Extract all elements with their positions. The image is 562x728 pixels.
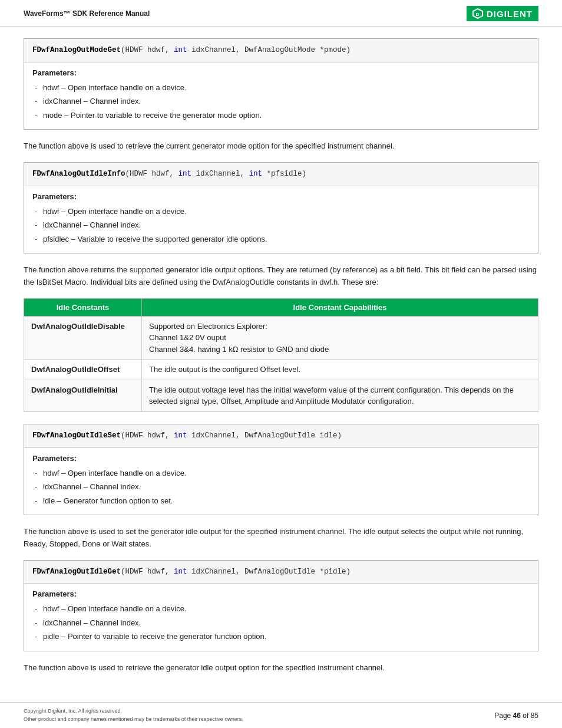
- table-cell-capability: The idle output voltage level has the in…: [142, 380, 538, 411]
- fn-name-idle-get: FDwfAnalogOutIdleGet: [32, 568, 121, 576]
- params-mode-get: Parameters: hdwf – Open interface handle…: [24, 62, 538, 130]
- param-item: pfsidlec – Variable to receive the suppo…: [32, 232, 530, 246]
- page-header: WaveForms™ SDK Reference Manual D DIGILE…: [0, 0, 562, 27]
- table-cell-constant: DwfAnalogOutIdleDisable: [24, 316, 142, 360]
- code-signature-idle-info: FDwfAnalogOutIdleInfo(HDWF hdwf, int idx…: [24, 163, 538, 186]
- footer-page-number: Page 46 of 85: [494, 711, 538, 720]
- param-item: idxChannel – Channel index.: [32, 218, 530, 232]
- code-box-idle-info: FDwfAnalogOutIdleInfo(HDWF hdwf, int idx…: [24, 162, 538, 253]
- logo-area: D DIGILENT: [467, 6, 538, 21]
- logo-text: DIGILENT: [487, 9, 533, 19]
- table-header-capabilities: Idle Constant Capabilities: [142, 298, 538, 316]
- code-signature-idle-set: FDwfAnalogOutIdleSet(HDWF hdwf, int idxC…: [24, 424, 538, 448]
- param-list-3: hdwf – Open interface handle on a device…: [32, 466, 530, 508]
- param-item: hdwf – Open interface handle on a device…: [32, 81, 530, 95]
- page-total: 85: [531, 711, 538, 720]
- desc-idle-get: The function above is used to retrieve t…: [24, 662, 538, 674]
- code-signature-mode-get: FDwfAnalogOutModeGet(HDWF hdwf, int idxC…: [24, 39, 538, 62]
- page-current: 46: [513, 711, 521, 720]
- param-item: idxChannel – Channel index.: [32, 94, 530, 108]
- fn-name-idle-info: FDwfAnalogOutIdleInfo: [32, 170, 125, 178]
- code-box-idle-set: FDwfAnalogOutIdleSet(HDWF hdwf, int idxC…: [24, 424, 538, 515]
- param-item: hdwf – Open interface handle on a device…: [32, 466, 530, 480]
- table-cell-constant: DwfAnalogOutIdleInitial: [24, 380, 142, 411]
- param-item: idxChannel – Channel index.: [32, 480, 530, 494]
- footer-copyright: Copyright Digilent, Inc. All rights rese…: [24, 707, 243, 723]
- params-title-1: Parameters:: [32, 68, 530, 77]
- main-content: FDwfAnalogOutModeGet(HDWF hdwf, int idxC…: [0, 27, 562, 702]
- params-idle-get: Parameters: hdwf – Open interface handle…: [24, 584, 538, 651]
- param-list-1: hdwf – Open interface handle on a device…: [32, 81, 530, 123]
- param-item: idxChannel – Channel index.: [32, 616, 530, 630]
- desc-mode-get: The function above is used to retrieve t…: [24, 140, 538, 153]
- page-footer: Copyright Digilent, Inc. All rights rese…: [0, 702, 562, 728]
- svg-text:D: D: [476, 12, 480, 17]
- desc-idle-set: The function above is used to set the ge…: [24, 526, 538, 551]
- digilent-logo: D DIGILENT: [467, 6, 538, 21]
- param-item: pidle – Pointer to variable to receive t…: [32, 630, 530, 644]
- param-item: mode – Pointer to variable to receive th…: [32, 108, 530, 123]
- fn-name-idle-set: FDwfAnalogOutIdleSet: [32, 431, 121, 440]
- header-title: WaveForms™ SDK Reference Manual: [24, 9, 150, 18]
- param-item: idle – Generator function option to set.: [32, 494, 530, 508]
- table-row: DwfAnalogOutIdleOffset The idle output i…: [24, 360, 538, 380]
- table-row: DwfAnalogOutIdleDisable Supported on Ele…: [24, 316, 538, 360]
- table-cell-capability: The idle output is the configured Offset…: [142, 360, 538, 380]
- param-item: hdwf – Open interface handle on a device…: [32, 602, 530, 616]
- table-row: DwfAnalogOutIdleInitial The idle output …: [24, 380, 538, 411]
- param-list-2: hdwf – Open interface handle on a device…: [32, 205, 530, 246]
- table-header-constants: Idle Constants: [24, 298, 142, 316]
- params-idle-info: Parameters: hdwf – Open interface handle…: [24, 186, 538, 253]
- param-item: hdwf – Open interface handle on a device…: [32, 205, 530, 219]
- page-wrapper: WaveForms™ SDK Reference Manual D DIGILE…: [0, 0, 562, 728]
- desc-idle-info: The function above returns the supported…: [24, 264, 538, 289]
- params-idle-set: Parameters: hdwf – Open interface handle…: [24, 448, 538, 515]
- code-box-idle-get: FDwfAnalogOutIdleGet(HDWF hdwf, int idxC…: [24, 560, 538, 651]
- params-title-2: Parameters:: [32, 192, 530, 201]
- page-label: Page: [494, 711, 511, 720]
- table-cell-capability: Supported on Electronics Explorer:Channe…: [142, 316, 538, 360]
- param-list-4: hdwf – Open interface handle on a device…: [32, 602, 530, 644]
- copyright-line1: Copyright Digilent, Inc. All rights rese…: [24, 708, 122, 714]
- fn-name-mode-get: FDwfAnalogOutModeGet: [32, 46, 121, 54]
- table-cell-constant: DwfAnalogOutIdleOffset: [24, 360, 142, 380]
- code-box-mode-get: FDwfAnalogOutModeGet(HDWF hdwf, int idxC…: [24, 38, 538, 130]
- params-title-4: Parameters:: [32, 589, 530, 598]
- params-title-3: Parameters:: [32, 454, 530, 463]
- idle-constants-table: Idle Constants Idle Constant Capabilitie…: [24, 298, 538, 412]
- code-signature-idle-get: FDwfAnalogOutIdleGet(HDWF hdwf, int idxC…: [24, 561, 538, 584]
- copyright-line2: Other product and company names mentione…: [24, 716, 243, 722]
- digilent-logo-icon: D: [472, 8, 483, 19]
